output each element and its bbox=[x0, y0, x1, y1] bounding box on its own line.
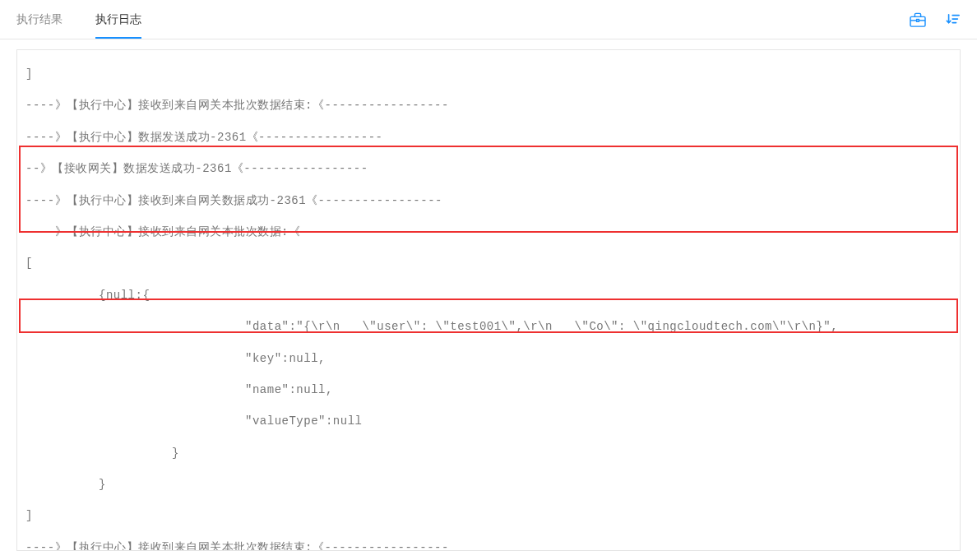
svg-rect-1 bbox=[917, 19, 919, 21]
log-line: "valueType":null bbox=[25, 405, 952, 437]
log-line: "name":null, bbox=[25, 374, 952, 405]
tab-result[interactable]: 执行结果 bbox=[16, 0, 63, 39]
tab-log-label: 执行日志 bbox=[95, 12, 141, 27]
log-line: ----》【执行中心】数据发送成功-2361《----------------- bbox=[25, 122, 952, 153]
log-line: ] bbox=[25, 58, 952, 90]
log-line: } bbox=[25, 469, 952, 500]
log-line: "key":null, bbox=[25, 343, 952, 374]
log-line: {null:{ bbox=[25, 280, 952, 311]
log-line: --》【接收网关】数据发送成功-2361《----------------- bbox=[25, 153, 952, 184]
log-line: } bbox=[25, 437, 952, 469]
log-line: ----》【执行中心】接收到来自网关本批次数据:《---------------… bbox=[25, 216, 952, 248]
header-actions bbox=[910, 12, 961, 27]
sort-icon[interactable] bbox=[946, 12, 961, 27]
header: 执行结果 执行日志 bbox=[0, 0, 977, 39]
log-line: ----》【执行中心】接收到来自网关本批次数据结束:《-------------… bbox=[25, 532, 952, 551]
tabs: 执行结果 执行日志 bbox=[16, 0, 141, 39]
log-line: [ bbox=[25, 248, 952, 279]
tab-log[interactable]: 执行日志 bbox=[95, 0, 141, 39]
log-container: ] ----》【执行中心】接收到来自网关本批次数据结束:《-----------… bbox=[16, 49, 961, 551]
log-line: ----》【执行中心】接收到来自网关数据成功-2361《------------… bbox=[25, 185, 952, 216]
toolbox-icon[interactable] bbox=[910, 12, 926, 27]
tab-result-label: 执行结果 bbox=[16, 12, 63, 27]
log-line: ----》【执行中心】接收到来自网关本批次数据结束:《-------------… bbox=[25, 90, 952, 121]
log-line: "data":"{\r\n \"user\": \"test001\",\r\n… bbox=[25, 311, 952, 342]
log-line: ] bbox=[25, 500, 952, 531]
